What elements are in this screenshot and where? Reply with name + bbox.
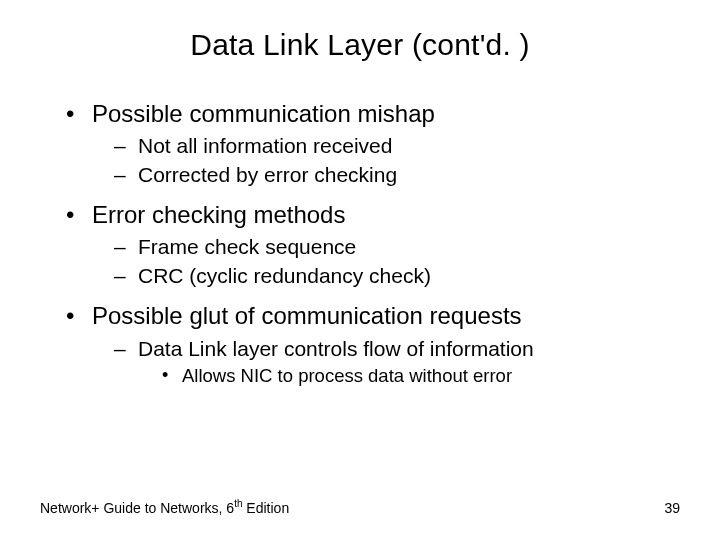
bullet-list: Possible communication mishap Not all in… bbox=[40, 98, 680, 389]
bullet-text: Data Link layer controls flow of informa… bbox=[138, 337, 534, 360]
slide-footer: Network+ Guide to Networks, 6th Edition … bbox=[40, 498, 680, 516]
bullet-level2: Not all information received bbox=[92, 132, 680, 160]
bullet-text: Possible communication mishap bbox=[92, 100, 435, 127]
bullet-text: Possible glut of communication requests bbox=[92, 302, 522, 329]
footer-text: Network+ Guide to Networks, 6 bbox=[40, 500, 234, 516]
bullet-text: Frame check sequence bbox=[138, 235, 356, 258]
footer-left: Network+ Guide to Networks, 6th Edition bbox=[40, 498, 289, 516]
slide-title: Data Link Layer (cont'd. ) bbox=[40, 28, 680, 62]
bullet-text: Not all information received bbox=[138, 134, 392, 157]
bullet-level3: Allows NIC to process data without error bbox=[138, 363, 680, 389]
bullet-level2: Data Link layer controls flow of informa… bbox=[92, 335, 680, 389]
bullet-level1: Possible glut of communication requests … bbox=[40, 300, 680, 389]
bullet-sublist: Allows NIC to process data without error bbox=[138, 363, 680, 389]
bullet-text: Allows NIC to process data without error bbox=[182, 365, 512, 386]
slide: Data Link Layer (cont'd. ) Possible comm… bbox=[0, 0, 720, 540]
bullet-text: CRC (cyclic redundancy check) bbox=[138, 264, 431, 287]
bullet-sublist: Frame check sequence CRC (cyclic redunda… bbox=[92, 233, 680, 290]
bullet-level1: Possible communication mishap Not all in… bbox=[40, 98, 680, 189]
page-number: 39 bbox=[664, 500, 680, 516]
bullet-level2: Frame check sequence bbox=[92, 233, 680, 261]
bullet-sublist: Data Link layer controls flow of informa… bbox=[92, 335, 680, 389]
bullet-text: Corrected by error checking bbox=[138, 163, 397, 186]
footer-text: Edition bbox=[242, 500, 289, 516]
bullet-level2: CRC (cyclic redundancy check) bbox=[92, 262, 680, 290]
bullet-text: Error checking methods bbox=[92, 201, 345, 228]
bullet-level1: Error checking methods Frame check seque… bbox=[40, 199, 680, 290]
bullet-level2: Corrected by error checking bbox=[92, 161, 680, 189]
bullet-sublist: Not all information received Corrected b… bbox=[92, 132, 680, 189]
